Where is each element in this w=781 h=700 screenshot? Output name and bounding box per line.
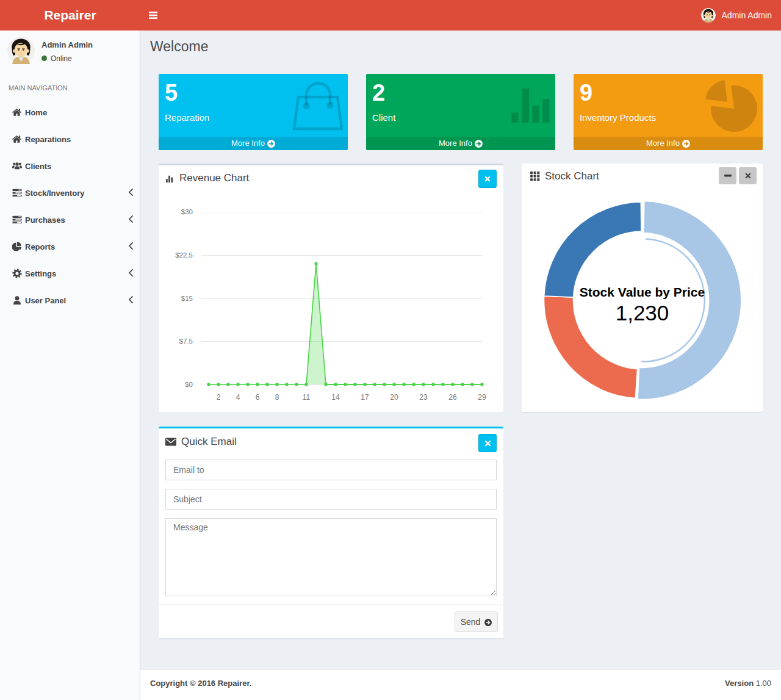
svg-text:6: 6 [256, 393, 260, 402]
svg-text:20: 20 [390, 393, 398, 402]
svg-text:23: 23 [419, 393, 428, 402]
svg-text:1,230: 1,230 [616, 301, 669, 325]
svg-text:14: 14 [331, 393, 340, 402]
svg-text:26: 26 [448, 393, 457, 402]
svg-text:8: 8 [275, 393, 279, 402]
svg-text:$22.5: $22.5 [175, 251, 193, 259]
svg-text:$15: $15 [181, 295, 193, 302]
svg-text:$7.5: $7.5 [179, 337, 193, 345]
svg-text:Stock Value by Price: Stock Value by Price [580, 285, 705, 299]
svg-text:$30: $30 [181, 208, 193, 215]
svg-text:4: 4 [236, 393, 240, 402]
svg-text:11: 11 [303, 393, 311, 402]
svg-text:17: 17 [361, 393, 369, 402]
svg-text:29: 29 [478, 393, 486, 402]
svg-text:$0: $0 [185, 381, 193, 388]
svg-text:2: 2 [217, 393, 221, 402]
